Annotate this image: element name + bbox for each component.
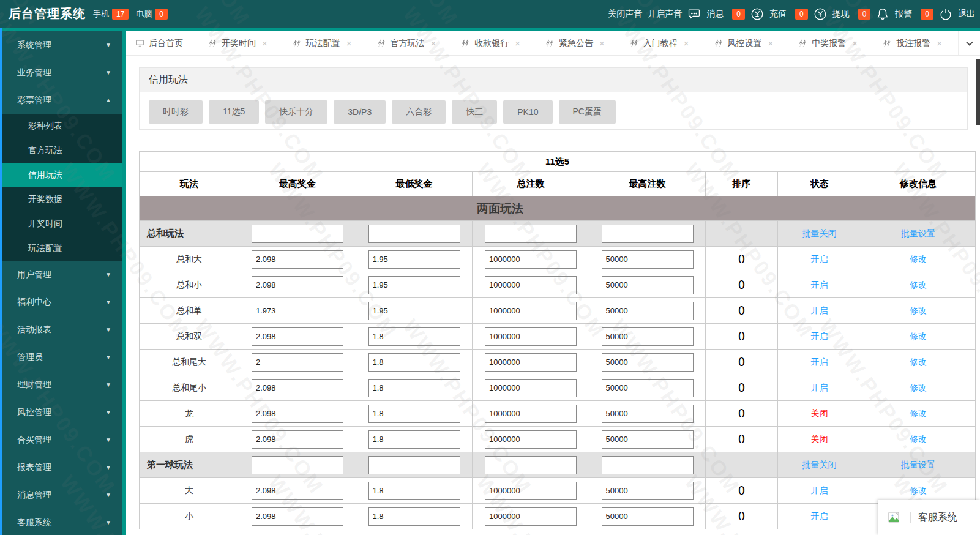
lottery-type-button-3D/P3[interactable]: 3D/P3 [334,100,386,124]
sidebar-item-风控管理[interactable]: 风控管理▼ [0,398,122,426]
max-bets-input[interactable] [602,302,694,320]
close-icon[interactable]: × [684,38,689,48]
sidebar-subitem-信用玩法[interactable]: 信用玩法 [0,163,122,187]
min-odds-input[interactable] [368,482,460,500]
sidebar-subitem-开奖数据[interactable]: 开奖数据 [0,187,122,212]
tab-收款银行[interactable]: 收款银行× [452,31,530,55]
max-bets-input[interactable] [602,379,694,397]
tab-dropdown-button[interactable] [958,31,980,56]
customer-service-widget[interactable]: 客服系统 [878,500,980,535]
max-odds-input[interactable] [252,430,343,449]
tab-入门教程[interactable]: 入门教程× [621,31,699,55]
status-toggle-link[interactable]: 开启 [778,331,861,342]
status-toggle-link[interactable]: 开启 [778,305,861,316]
status-toggle-link[interactable]: 开启 [778,511,861,522]
group-min-odds-input[interactable] [368,456,460,474]
power-icon[interactable] [939,7,952,21]
max-odds-input[interactable] [252,507,343,526]
lottery-type-button-六合彩[interactable]: 六合彩 [392,100,446,124]
group-min-odds-input[interactable] [368,225,460,243]
yen-circle-icon[interactable] [814,7,827,21]
sidebar-item-活动报表[interactable]: 活动报表▼ [0,316,122,343]
tab-home[interactable]: 后台首页 [126,31,193,55]
max-bets-input[interactable] [602,430,694,449]
close-icon[interactable]: × [852,38,858,48]
message-link[interactable]: 消息 [706,9,724,20]
max-odds-input[interactable] [252,327,343,346]
group-max-odds-input[interactable] [252,456,343,474]
max-odds-input[interactable] [252,482,343,500]
max-odds-input[interactable] [252,405,343,423]
total-bets-input[interactable] [485,482,577,500]
tab-玩法配置[interactable]: 玩法配置× [283,31,362,55]
sidebar-subitem-开奖时间[interactable]: 开奖时间 [0,212,122,236]
bell-icon[interactable] [876,7,889,21]
total-bets-input[interactable] [485,405,577,423]
batch-close-link[interactable]: 批量关闭 [778,460,861,471]
max-bets-input[interactable] [602,507,694,526]
sidebar-subitem-玩法配置[interactable]: 玩法配置 [0,236,122,261]
tab-官方玩法[interactable]: 官方玩法× [368,31,446,55]
tab-中奖报警[interactable]: 中奖报警× [789,31,867,55]
sound-off-button[interactable]: 关闭声音 [608,9,642,20]
group-max-bets-input[interactable] [602,456,694,474]
group-total-bets-input[interactable] [485,225,577,243]
lottery-type-button-时时彩[interactable]: 时时彩 [149,100,203,124]
total-bets-input[interactable] [485,302,577,320]
close-icon[interactable]: × [937,38,942,48]
withdraw-link[interactable]: 提现 [832,9,850,20]
status-toggle-link[interactable]: 开启 [778,383,861,394]
edit-link[interactable]: 修改 [861,280,975,291]
max-odds-input[interactable] [252,302,343,320]
close-icon[interactable]: × [262,38,267,48]
close-icon[interactable]: × [431,38,436,48]
max-bets-input[interactable] [602,353,694,372]
sidebar-item-客服系统[interactable]: 客服系统▼ [0,509,122,535]
lottery-type-button-PC蛋蛋[interactable]: PC蛋蛋 [559,100,616,124]
edit-link[interactable]: 修改 [861,485,975,496]
total-bets-input[interactable] [485,276,577,294]
tab-开奖时间[interactable]: 开奖时间× [199,31,277,55]
max-bets-input[interactable] [602,250,694,269]
max-odds-input[interactable] [252,379,343,397]
sidebar-item-福利中心[interactable]: 福利中心▼ [0,288,122,316]
close-icon[interactable]: × [768,38,774,48]
min-odds-input[interactable] [368,353,460,372]
lottery-type-button-PK10[interactable]: PK10 [503,100,552,124]
edit-link[interactable]: 修改 [861,331,975,342]
batch-close-link[interactable]: 批量关闭 [778,228,861,239]
edit-link[interactable]: 修改 [861,434,975,445]
tab-风控设置[interactable]: 风控设置× [705,31,784,55]
min-odds-input[interactable] [368,379,460,397]
max-odds-input[interactable] [252,276,343,294]
edit-link[interactable]: 修改 [861,305,975,316]
total-bets-input[interactable] [485,379,577,397]
tab-紧急公告[interactable]: 紧急公告× [536,31,615,55]
max-bets-input[interactable] [602,482,694,500]
close-icon[interactable]: × [346,38,352,48]
batch-set-link[interactable]: 批量设置 [861,228,975,239]
total-bets-input[interactable] [485,430,577,449]
recharge-link[interactable]: 充值 [769,9,787,20]
max-odds-input[interactable] [252,250,343,269]
status-toggle-link[interactable]: 关闭 [778,408,861,419]
close-icon[interactable]: × [515,38,520,48]
edit-link[interactable]: 修改 [861,408,975,419]
sidebar-item-彩票管理[interactable]: 彩票管理▲ [0,86,122,114]
group-max-odds-input[interactable] [252,225,343,243]
sidebar-item-业务管理[interactable]: 业务管理▼ [0,59,122,86]
max-bets-input[interactable] [602,276,694,294]
edit-link[interactable]: 修改 [861,254,975,265]
total-bets-input[interactable] [485,353,577,372]
min-odds-input[interactable] [368,276,460,294]
min-odds-input[interactable] [368,405,460,423]
status-toggle-link[interactable]: 开启 [778,485,861,496]
sidebar-item-用户管理[interactable]: 用户管理▼ [0,261,122,288]
batch-set-link[interactable]: 批量设置 [861,460,975,471]
logout-button[interactable]: 退出 [958,9,975,20]
vertical-scrollbar-thumb[interactable] [976,59,980,125]
alarm-link[interactable]: 报警 [895,9,912,20]
max-odds-input[interactable] [252,353,343,372]
lottery-type-button-快乐十分[interactable]: 快乐十分 [265,100,327,124]
sound-on-button[interactable]: 开启声音 [648,9,682,20]
